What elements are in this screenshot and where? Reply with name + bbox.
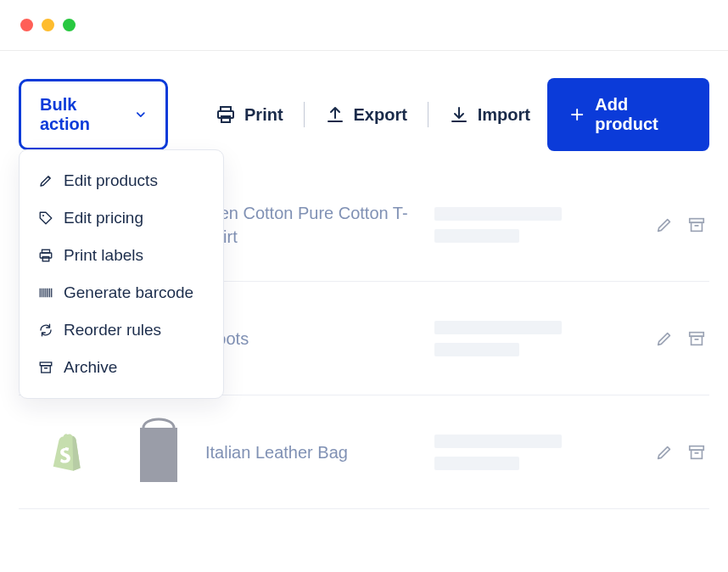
bulk-action-label: Bulk action — [40, 95, 123, 134]
shopify-icon — [48, 432, 83, 473]
svg-rect-13 — [692, 336, 703, 345]
printer-icon — [216, 104, 236, 125]
maximize-dot[interactable] — [63, 19, 76, 31]
product-name[interactable]: Men Cotton Pure Cotton T-shirt — [205, 201, 417, 249]
placeholder-line — [434, 229, 519, 243]
archive-icon[interactable] — [687, 216, 706, 234]
bag-thumbnail — [128, 416, 189, 489]
placeholder-cell — [417, 321, 655, 356]
window-chrome — [0, 0, 728, 51]
dd-label: Generate barcode — [64, 283, 193, 302]
import-label: Import — [478, 105, 530, 125]
dd-edit-products[interactable]: Edit products — [20, 162, 223, 199]
add-product-button[interactable]: Add product — [547, 78, 709, 151]
svg-rect-10 — [692, 222, 703, 231]
dd-label: Print labels — [64, 246, 143, 265]
placeholder-line — [434, 207, 562, 221]
edit-icon[interactable] — [655, 329, 674, 348]
refresh-icon — [38, 322, 53, 338]
svg-rect-14 — [140, 428, 177, 482]
plus-icon — [569, 106, 585, 123]
dd-label: Edit pricing — [64, 209, 143, 227]
placeholder-line — [434, 457, 519, 470]
toolbar: Bulk action Print Export Import — [0, 51, 728, 168]
toolbar-separator — [428, 102, 428, 127]
product-name[interactable]: Italian Leather Bag — [205, 440, 417, 464]
row-actions — [655, 443, 709, 462]
placeholder-line — [434, 435, 562, 448]
dd-generate-barcode[interactable]: Generate barcode — [20, 274, 223, 311]
close-dot[interactable] — [20, 19, 33, 31]
product-name[interactable]: Boots — [205, 327, 417, 350]
edit-icon[interactable] — [655, 216, 674, 234]
dd-label: Edit products — [64, 171, 158, 190]
import-button[interactable]: Import — [447, 99, 532, 130]
chevron-down-icon — [135, 109, 147, 121]
pencil-icon — [38, 173, 53, 188]
row-actions — [655, 329, 709, 348]
tag-icon — [38, 210, 53, 226]
toolbar-separator — [304, 102, 305, 127]
export-button[interactable]: Export — [323, 99, 409, 130]
bulk-action-dropdown: Edit products Edit pricing Print labels … — [19, 149, 224, 399]
dd-label: Reorder rules — [64, 321, 161, 339]
print-label: Print — [244, 105, 283, 125]
svg-rect-16 — [692, 450, 703, 458]
edit-icon[interactable] — [655, 443, 674, 462]
placeholder-cell — [417, 435, 655, 470]
placeholder-cell — [417, 207, 655, 243]
minimize-dot[interactable] — [42, 19, 54, 31]
row-actions — [655, 216, 709, 234]
barcode-icon — [38, 285, 53, 300]
svg-rect-6 — [42, 257, 49, 261]
svg-point-3 — [42, 215, 44, 216]
export-label: Export — [354, 105, 407, 125]
dd-print-labels[interactable]: Print labels — [20, 237, 223, 274]
thumbnail-cell — [112, 416, 205, 489]
printer-icon — [38, 248, 53, 263]
table-row: Italian Leather Bag — [19, 395, 709, 509]
dd-archive[interactable]: Archive — [20, 349, 223, 386]
dd-reorder-rules[interactable]: Reorder rules — [20, 311, 223, 349]
archive-icon[interactable] — [687, 329, 706, 348]
download-icon — [449, 104, 469, 125]
print-button[interactable]: Print — [214, 99, 285, 130]
add-product-label: Add product — [595, 95, 687, 134]
brand-cell — [19, 432, 112, 473]
placeholder-line — [434, 321, 562, 334]
svg-rect-8 — [42, 366, 51, 373]
archive-icon — [38, 360, 53, 375]
dd-edit-pricing[interactable]: Edit pricing — [20, 199, 223, 237]
archive-icon[interactable] — [687, 443, 706, 462]
placeholder-line — [434, 343, 519, 356]
upload-icon — [325, 104, 345, 125]
bulk-action-button[interactable]: Bulk action — [19, 79, 168, 150]
dd-label: Archive — [64, 358, 117, 377]
